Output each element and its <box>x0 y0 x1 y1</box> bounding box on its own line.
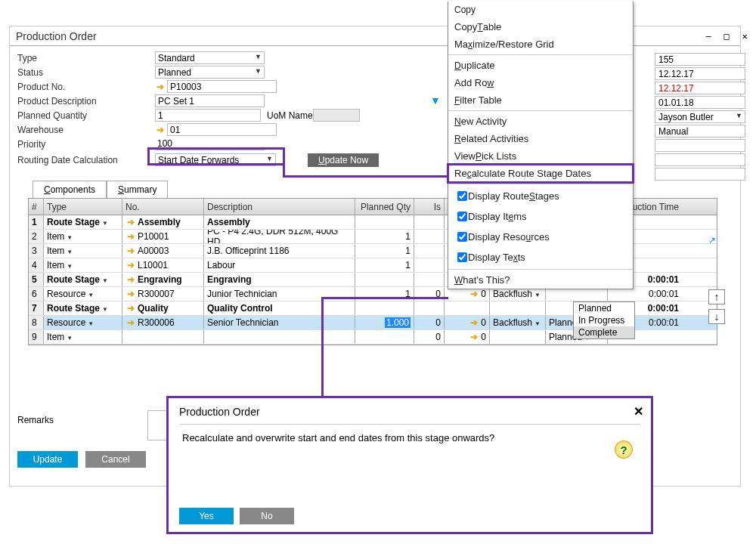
dialog-no-button[interactable]: No <box>240 508 294 524</box>
dialog-title: Production Order <box>169 398 651 421</box>
status-dropdown[interactable]: Planned In Progress Complete <box>573 301 635 339</box>
prodno-input[interactable]: P10003 <box>167 80 277 93</box>
connector-line <box>321 297 324 397</box>
status-label: Status <box>17 67 155 78</box>
dialog-close-icon[interactable]: ✕ <box>634 404 643 419</box>
col-type[interactable]: Type <box>44 199 122 215</box>
filter-icon: ▼ <box>430 94 441 107</box>
dialog-text: Recalculate and overwrite start and end … <box>169 432 651 444</box>
proddesc-input[interactable]: PC Set 1 <box>155 94 265 107</box>
cm-display-items[interactable]: Display Items <box>448 206 633 227</box>
type-label: Type <box>17 53 155 63</box>
link-arrow-icon[interactable]: ➜ <box>469 317 479 328</box>
remarks-label: Remarks <box>17 415 54 425</box>
cm-new-activity[interactable]: New Activity <box>448 113 633 130</box>
uom-input <box>313 109 360 122</box>
col-desc[interactable]: Description <box>204 199 355 215</box>
r-blank2[interactable] <box>655 153 745 166</box>
status-opt-inprogress[interactable]: In Progress <box>574 314 634 326</box>
cm-related-activities[interactable]: Related Activities <box>448 130 633 147</box>
status-select[interactable]: Planned <box>155 66 265 79</box>
link-arrow-icon[interactable]: ➜ <box>125 274 136 285</box>
external-link-icon[interactable]: ↗ <box>708 235 716 246</box>
uom-label: UoM Name <box>267 110 313 121</box>
col-n[interactable]: # <box>29 199 44 215</box>
cm-display-stages[interactable]: Display Route Stages <box>448 186 633 206</box>
link-arrow-icon[interactable]: ➜ <box>469 289 479 299</box>
connector-line <box>321 297 448 299</box>
prio-label: Priority <box>17 139 155 150</box>
cm-whats-this[interactable]: What's This? <box>448 271 633 289</box>
move-up-button[interactable]: ↑ <box>708 289 725 304</box>
question-icon: ? <box>615 440 633 459</box>
tab-summary[interactable]: Summary <box>107 181 168 198</box>
r-blank3[interactable] <box>655 168 745 181</box>
r-no[interactable]: 155 <box>655 53 745 66</box>
check-icon[interactable] <box>457 191 467 201</box>
r-user[interactable]: Jayson Butler <box>655 110 745 123</box>
link-arrow-icon[interactable]: ➜ <box>155 125 166 135</box>
cancel-button[interactable]: Cancel <box>85 451 146 468</box>
link-arrow-icon[interactable]: ➜ <box>125 289 136 299</box>
r-date3[interactable]: 01.01.18 <box>655 96 745 109</box>
check-icon[interactable] <box>457 212 467 221</box>
prodno-label: Product No. <box>17 82 155 92</box>
update-button[interactable]: Update <box>17 451 78 468</box>
cm-copy[interactable]: Copy <box>448 2 633 18</box>
highlight-routing <box>147 147 285 165</box>
link-arrow-icon[interactable]: ➜ <box>469 332 479 342</box>
link-arrow-icon[interactable]: ➜ <box>125 217 136 227</box>
wh-input[interactable]: 01 <box>167 123 277 136</box>
planqty-label: Planned Quantity <box>17 110 155 121</box>
tab-components[interactable]: Components <box>33 181 107 198</box>
cm-add-row[interactable]: Add Row <box>448 74 633 91</box>
minimize-icon[interactable]: — <box>702 30 715 42</box>
col-pq[interactable]: Planned Qty <box>355 199 414 215</box>
update-now-button[interactable]: UUpdate Nowpdate Now <box>308 153 379 167</box>
r-blank1[interactable] <box>655 139 745 152</box>
link-arrow-icon[interactable]: ➜ <box>125 303 136 314</box>
cm-view-pick-lists[interactable]: View Pick Lists <box>448 147 633 165</box>
cm-duplicate[interactable]: Duplicate <box>448 57 633 74</box>
link-arrow-icon[interactable]: ➜ <box>125 317 136 328</box>
r-mode[interactable]: Manual <box>655 125 745 138</box>
window-title: Production Order <box>16 30 97 42</box>
cm-display-resources[interactable]: Display Resources <box>448 227 633 247</box>
cm-recalculate[interactable]: Recalculate Route Stage Dates <box>448 165 633 182</box>
close-icon[interactable]: ✕ <box>738 30 751 42</box>
cm-maximize[interactable]: Maximize/Restore Grid <box>448 36 633 53</box>
maximize-icon[interactable]: □ <box>720 30 733 42</box>
r-date2[interactable]: 12.12.17 <box>655 82 745 94</box>
link-arrow-icon[interactable]: ➜ <box>125 246 136 256</box>
move-down-button[interactable]: ↓ <box>708 309 725 324</box>
check-icon[interactable] <box>457 232 467 242</box>
link-arrow-icon[interactable]: ➜ <box>155 82 166 92</box>
connector-line <box>283 164 285 176</box>
wh-label: Warehouse <box>17 125 155 135</box>
routing-label: Routing Date Calculation <box>17 155 155 165</box>
status-opt-complete[interactable]: Complete <box>574 326 634 338</box>
connector-line <box>283 175 451 178</box>
confirm-dialog: ✕ Production Order Recalculate and overw… <box>166 396 653 534</box>
planqty-input[interactable]: 1 <box>155 109 261 122</box>
col-is[interactable]: Is <box>414 199 445 215</box>
check-icon[interactable] <box>457 252 467 262</box>
cm-filter[interactable]: ▼Filter Table <box>448 91 633 109</box>
link-arrow-icon[interactable]: ➜ <box>125 231 136 242</box>
type-select[interactable]: Standard <box>155 51 265 64</box>
context-menu: Copy Copy Table Maximize/Restore Grid Du… <box>448 2 634 289</box>
proddesc-label: Product Description <box>17 96 155 107</box>
cm-display-texts[interactable]: Display Texts <box>448 247 633 267</box>
dialog-yes-button[interactable]: Yes <box>179 508 234 524</box>
link-arrow-icon[interactable]: ➜ <box>125 260 136 270</box>
col-no[interactable]: No. <box>122 199 204 215</box>
status-opt-planned[interactable]: Planned <box>574 302 634 314</box>
r-date1[interactable]: 12.12.17 <box>655 67 745 80</box>
cm-copy-table[interactable]: Copy Table <box>448 18 633 36</box>
